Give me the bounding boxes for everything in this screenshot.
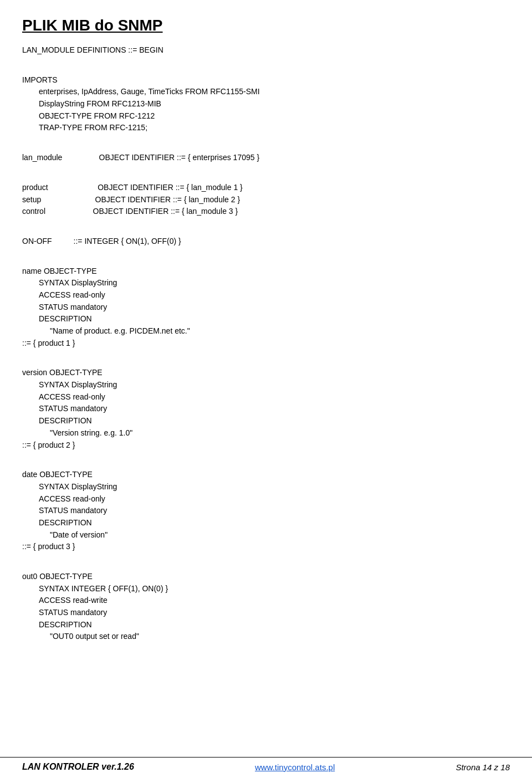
lan-module-label: lan_module [22, 153, 62, 162]
version-description-label: DESCRIPTION [22, 415, 510, 427]
lan-module-def: OBJECT IDENTIFIER ::= { enterprises 1709… [99, 153, 260, 162]
on-off-line: ON-OFF ::= INTEGER { ON(1), OFF(0) } [22, 236, 510, 248]
product-line: product OBJECT IDENTIFIER ::= { lan_modu… [22, 182, 510, 194]
version-object-type: version OBJECT-TYPE [22, 367, 510, 379]
date-syntax: SYNTAX DisplayString [22, 481, 510, 493]
date-status: STATUS mandatory [22, 505, 510, 517]
on-off-def: ::= INTEGER { ON(1), OFF(0) } [74, 237, 181, 245]
footer-product: LAN KONTROLER ver.1.26 [22, 762, 134, 772]
control-line: control OBJECT IDENTIFIER ::= { lan_modu… [22, 206, 510, 218]
date-description-value: "Date of version" [22, 529, 510, 541]
date-description-label: DESCRIPTION [22, 517, 510, 529]
import-line-1: enterprises, IpAddress, Gauge, TimeTicks… [22, 86, 510, 98]
out0-access: ACCESS read-write [22, 595, 510, 607]
date-object-type: date OBJECT-TYPE [22, 469, 510, 481]
control-label: control [22, 207, 45, 216]
out0-object-type: out0 OBJECT-TYPE [22, 571, 510, 583]
imports-label: IMPORTS [22, 74, 510, 86]
name-status: STATUS mandatory [22, 301, 510, 314]
out0-description-value: "OUT0 output set or read" [22, 631, 510, 643]
name-assignment: ::= { product 1 } [22, 337, 510, 350]
page-footer: LAN KONTROLER ver.1.26 www.tinycontrol.a… [0, 757, 532, 772]
version-syntax: SYNTAX DisplayString [22, 379, 510, 391]
out0-syntax: SYNTAX INTEGER { OFF(1), ON(0) } [22, 583, 510, 595]
module-definition: LAN_MODULE DEFINITIONS ::= BEGIN [22, 44, 510, 57]
on-off-label: ON-OFF [22, 237, 52, 245]
control-def: OBJECT IDENTIFIER ::= { lan_module 3 } [93, 207, 238, 216]
setup-line: setup OBJECT IDENTIFIER ::= { lan_module… [22, 194, 510, 206]
date-access: ACCESS read-only [22, 493, 510, 505]
setup-label: setup [22, 195, 41, 204]
name-object-type: name OBJECT-TYPE [22, 265, 510, 278]
page-title: PLIK MIB do SNMP [22, 17, 510, 34]
version-access: ACCESS read-only [22, 391, 510, 403]
import-line-4: TRAP-TYPE FROM RFC-1215; [22, 122, 510, 134]
footer-page: Strona 14 z 18 [456, 762, 510, 772]
footer-url[interactable]: www.tinycontrol.ats.pl [255, 762, 335, 772]
product-def: OBJECT IDENTIFIER ::= { lan_module 1 } [98, 183, 243, 192]
lan-module-line: lan_module OBJECT IDENTIFIER ::= { enter… [22, 152, 510, 164]
name-syntax: SYNTAX DisplayString [22, 277, 510, 289]
version-description-value: "Version string. e.g. 1.0" [22, 427, 510, 439]
date-assignment: ::= { product 3 } [22, 541, 510, 553]
version-assignment: ::= { product 2 } [22, 439, 510, 452]
name-access: ACCESS read-only [22, 289, 510, 301]
out0-description-label: DESCRIPTION [22, 619, 510, 631]
setup-def: OBJECT IDENTIFIER ::= { lan_module 2 } [95, 195, 241, 204]
product-label: product [22, 183, 48, 192]
out0-status: STATUS mandatory [22, 607, 510, 619]
name-description-label: DESCRIPTION [22, 313, 510, 325]
import-line-3: OBJECT-TYPE FROM RFC-1212 [22, 110, 510, 122]
import-line-2: DisplayString FROM RFC1213-MIB [22, 98, 510, 110]
name-description-value: "Name of product. e.g. PICDEM.net etc." [22, 325, 510, 337]
version-status: STATUS mandatory [22, 403, 510, 415]
